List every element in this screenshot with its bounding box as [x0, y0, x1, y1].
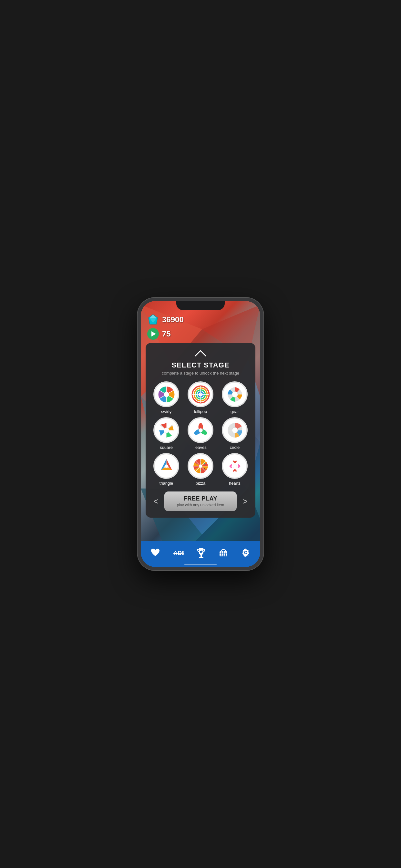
modal-subtitle: complete a stage to unlock the next stag…	[151, 371, 250, 376]
stage-label-hearts: hearts	[229, 481, 241, 486]
free-play-row: < FREE PLAY play with any unlocked item …	[151, 492, 250, 511]
free-play-subtitle: play with any unlocked item	[169, 503, 231, 507]
svg-rect-60	[199, 557, 204, 558]
nav-trophy[interactable]	[196, 547, 206, 558]
stage-circle-lollipop	[188, 381, 213, 407]
stage-label-square: square	[160, 445, 173, 450]
stage-item-pizza[interactable]: pizza	[185, 453, 216, 486]
next-arrow[interactable]: >	[240, 496, 250, 507]
notch	[176, 301, 225, 310]
nav-basket[interactable]	[219, 547, 228, 558]
nav-heart[interactable]	[150, 548, 160, 557]
stage-label-gear: gear	[230, 409, 239, 414]
stage-select-modal: SELECT STAGE complete a stage to unlock …	[146, 343, 255, 518]
svg-point-57	[233, 464, 237, 468]
free-play-button[interactable]: FREE PLAY play with any unlocked item	[164, 492, 236, 511]
svg-rect-59	[201, 555, 202, 557]
stage-label-leaves: leaves	[194, 445, 207, 450]
stage-circle-gear	[222, 381, 248, 407]
gem-icon	[147, 314, 159, 326]
plays-icon	[147, 328, 159, 340]
stage-label-triangle: triangle	[159, 481, 174, 486]
svg-point-55	[199, 464, 202, 468]
stage-item-hearts[interactable]: hearts	[219, 453, 250, 486]
stage-circle-circle	[222, 417, 248, 443]
stage-item-triangle[interactable]: triangle	[151, 453, 182, 486]
stage-label-circle: circle	[230, 445, 240, 450]
stage-item-square[interactable]: square	[151, 417, 182, 450]
stage-circle-triangle	[153, 453, 179, 479]
nav-settings[interactable]	[241, 548, 251, 557]
hud: 36900 75	[147, 314, 184, 340]
stage-circle-pizza	[188, 453, 213, 479]
gems-value: 36900	[162, 315, 184, 324]
free-play-title: FREE PLAY	[169, 495, 231, 502]
gems-display: 36900	[147, 314, 184, 326]
svg-point-33	[232, 392, 238, 397]
svg-point-42	[232, 427, 238, 433]
stage-label-swirly: swirly	[161, 409, 172, 414]
svg-point-35	[164, 428, 169, 433]
stage-circle-hearts	[222, 453, 248, 479]
svg-point-45	[165, 464, 168, 468]
phone-inner: 36900 75 SELECT STAGE complete a stage t…	[141, 301, 260, 567]
prev-arrow[interactable]: <	[151, 496, 161, 507]
stage-label-pizza: pizza	[196, 481, 205, 486]
stage-item-circle[interactable]: circle	[219, 417, 250, 450]
plays-value: 75	[162, 330, 171, 338]
stages-grid: swirly	[151, 381, 250, 486]
close-chevron[interactable]	[151, 349, 250, 359]
phone-frame: 36900 75 SELECT STAGE complete a stage t…	[137, 298, 264, 570]
nav-ads[interactable]: ADS	[173, 548, 184, 557]
plays-display: 75	[147, 328, 184, 340]
stage-label-lollipop: lollipop	[194, 409, 207, 414]
stage-item-leaves[interactable]: leaves	[185, 417, 216, 450]
svg-point-40	[198, 428, 203, 432]
stage-item-gear[interactable]: gear	[219, 381, 250, 414]
home-indicator	[184, 564, 217, 565]
stage-item-swirly[interactable]: swirly	[151, 381, 182, 414]
svg-point-70	[245, 552, 247, 554]
modal-title: SELECT STAGE	[151, 361, 250, 369]
stage-circle-swirly	[153, 381, 179, 407]
stage-item-lollipop[interactable]: lollipop	[185, 381, 216, 414]
bottom-nav: ADS	[141, 541, 260, 567]
stage-circle-square	[153, 417, 179, 443]
svg-text:ADS: ADS	[174, 550, 184, 556]
stage-circle-leaves	[188, 417, 213, 443]
